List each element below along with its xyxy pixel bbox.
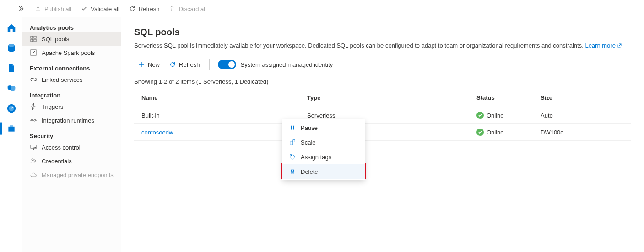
svg-point-10 <box>31 119 33 121</box>
sidebar-item-spark-pools[interactable]: Apache Spark pools <box>22 46 121 59</box>
header-size[interactable]: Size <box>537 89 631 107</box>
linked-icon <box>30 76 37 83</box>
svg-rect-5 <box>31 36 33 38</box>
refresh-label: Refresh <box>139 5 160 12</box>
scale-icon <box>289 139 296 146</box>
cell-size: DW100c <box>537 124 631 141</box>
ctx-delete-label: Delete <box>301 168 318 175</box>
page-description: Serverless SQL pool is immediately avail… <box>134 42 631 49</box>
svg-rect-6 <box>34 36 36 38</box>
new-label: New <box>148 61 160 68</box>
new-button[interactable]: New <box>134 57 163 72</box>
trigger-icon <box>30 103 37 110</box>
item-count: Showing 1-2 of 2 items (1 Serverless, 1 … <box>134 78 631 85</box>
triggers-label: Triggers <box>42 103 63 110</box>
svg-rect-8 <box>34 39 36 42</box>
refresh-icon <box>129 5 136 12</box>
linked-label: Linked services <box>42 76 83 83</box>
validate-label: Validate all <box>91 5 119 12</box>
refresh-action-button[interactable]: Refresh <box>165 57 204 72</box>
credentials-label: Credentials <box>42 158 72 165</box>
external-link-icon <box>617 43 622 48</box>
discard-label: Discard all <box>179 5 206 12</box>
header-name[interactable]: Name <box>134 89 303 107</box>
trash-icon <box>168 5 176 12</box>
credentials-icon <box>30 157 37 165</box>
refresh-icon <box>169 61 176 68</box>
sidebar-item-linked-services[interactable]: Linked services <box>22 73 121 86</box>
sidebar-item-runtimes[interactable]: Integration runtimes <box>22 113 121 127</box>
learn-more-link[interactable]: Learn more <box>585 42 622 49</box>
toggle-label: System assigned managed identity <box>241 61 333 68</box>
cell-name: Built-in <box>134 107 303 124</box>
rail-data[interactable] <box>2 39 21 57</box>
publish-all-button[interactable]: Publish all <box>30 1 76 16</box>
access-icon <box>30 144 37 151</box>
collapse-panel-button[interactable] <box>17 4 26 13</box>
section-analytics: Analytics pools <box>22 19 121 32</box>
cloud-icon <box>30 171 37 178</box>
cell-status: Online <box>473 107 537 124</box>
ctx-assign-tags[interactable]: Assign tags <box>282 150 365 164</box>
cell-size: Auto <box>537 107 631 124</box>
svg-rect-19 <box>290 142 293 145</box>
svg-point-14 <box>32 159 33 161</box>
page-title: SQL pools <box>134 27 631 38</box>
svg-point-15 <box>34 160 36 161</box>
sidebar-item-sql-pools[interactable]: SQL pools <box>22 32 121 46</box>
ctx-scale-label: Scale <box>301 139 316 146</box>
context-menu: Pause Scale Assign tags Delete <box>282 119 365 180</box>
section-security: Security <box>22 127 121 140</box>
pause-icon <box>289 124 296 131</box>
cell-status: Online <box>473 124 537 141</box>
action-bar: New Refresh System assigned managed iden… <box>134 57 631 72</box>
sql-pool-icon <box>30 35 37 43</box>
svg-point-1 <box>8 44 15 47</box>
plus-icon <box>138 61 145 68</box>
pools-table: Name Type Status Size Built-in Serverles… <box>134 89 631 141</box>
spark-icon <box>30 49 37 56</box>
refresh-button[interactable]: Refresh <box>124 1 164 16</box>
pool-name-link[interactable]: contosoedw <box>141 129 173 136</box>
svg-rect-4 <box>11 129 12 129</box>
ctx-scale[interactable]: Scale <box>282 135 365 150</box>
identity-toggle[interactable] <box>218 60 236 69</box>
table-row[interactable]: contosoedw Dedicated Online DW100c <box>134 124 631 141</box>
sidebar-item-access-control[interactable]: Access control <box>22 140 121 154</box>
access-label: Access control <box>42 144 81 151</box>
runtimes-label: Integration runtimes <box>42 117 94 124</box>
main-content: SQL pools Serverless SQL pool is immedia… <box>121 17 644 252</box>
rail-integrate[interactable] <box>2 79 21 97</box>
left-rail <box>0 17 22 252</box>
spark-label: Apache Spark pools <box>42 49 95 56</box>
ctx-tags-label: Assign tags <box>301 154 331 161</box>
svg-point-20 <box>291 155 292 156</box>
delete-icon <box>289 168 296 175</box>
refresh-action-label: Refresh <box>179 61 200 68</box>
ctx-pause-label: Pause <box>301 124 318 131</box>
runtime-icon <box>30 117 37 124</box>
divider <box>209 59 210 70</box>
table-row[interactable]: Built-in Serverless Online Auto <box>134 107 631 124</box>
validate-all-button[interactable]: Validate all <box>76 1 124 16</box>
header-type[interactable]: Type <box>303 89 473 107</box>
sidebar-item-triggers[interactable]: Triggers <box>22 100 121 113</box>
rail-manage[interactable] <box>2 119 21 138</box>
sidebar-item-credentials[interactable]: Credentials <box>22 154 121 168</box>
status-online-icon <box>476 112 484 119</box>
rail-monitor[interactable] <box>2 99 21 118</box>
ctx-delete[interactable]: Delete <box>282 164 365 179</box>
svg-rect-7 <box>31 39 33 42</box>
tag-icon <box>289 153 296 161</box>
header-status[interactable]: Status <box>473 89 537 107</box>
sql-pools-label: SQL pools <box>42 36 69 43</box>
publish-icon <box>34 5 42 12</box>
discard-all-button[interactable]: Discard all <box>164 1 211 16</box>
check-icon <box>81 5 88 12</box>
svg-point-11 <box>34 119 36 121</box>
identity-toggle-container: System assigned managed identity <box>218 60 333 69</box>
command-bar: Publish all Validate all Refresh Discard… <box>0 0 644 17</box>
ctx-pause[interactable]: Pause <box>282 120 365 135</box>
rail-home[interactable] <box>2 19 21 37</box>
rail-develop[interactable] <box>2 59 21 77</box>
